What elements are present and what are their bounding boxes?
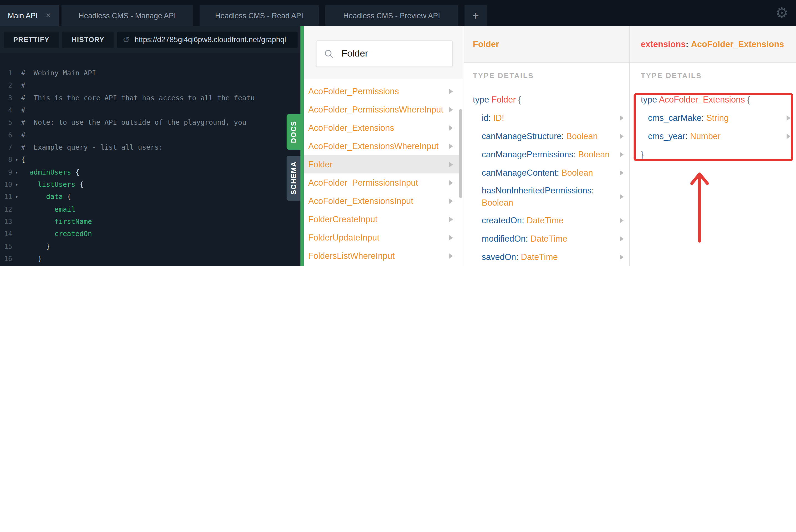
line-number: 8 — [0, 154, 12, 166]
docs-divider[interactable] — [300, 26, 304, 266]
chevron-right-icon — [620, 133, 624, 139]
type-field-savedOn[interactable]: savedOn: DateTime — [464, 248, 629, 266]
tab-headless-cms-read-api[interactable]: Headless CMS - Read API — [200, 5, 319, 26]
fold-caret-icon[interactable]: ▾ — [12, 178, 21, 191]
chevron-right-icon — [786, 115, 791, 120]
line-number: 2 — [0, 79, 12, 92]
doc-list-item[interactable]: AcoFolder_ExtensionsWhereInput — [304, 137, 459, 155]
doc-list-item[interactable]: AcoFolder_PermissionsInput — [304, 173, 459, 192]
plus-icon: + — [472, 9, 479, 22]
doc-list-item[interactable]: AcoFolder_Extensions — [304, 119, 459, 137]
reload-icon[interactable]: ↺ — [123, 35, 130, 44]
doc-list-item[interactable]: AcoFolder_ExtensionsInput — [304, 192, 459, 210]
line-number: 7 — [0, 141, 12, 154]
chevron-right-icon — [620, 217, 624, 223]
docs-search-area — [304, 26, 463, 79]
docs-side-tab[interactable]: DOCS — [287, 114, 300, 150]
editor-line: 4# — [0, 104, 300, 117]
add-tab-button[interactable]: + — [465, 5, 487, 26]
editor-line: 12 email — [0, 203, 300, 216]
tab-main-api[interactable]: Main API ✕ — [0, 5, 59, 26]
type-field-modifiedOn[interactable]: modifiedOn: DateTime — [464, 229, 629, 248]
line-number: 4 — [0, 104, 12, 117]
fold-caret-icon[interactable]: ▾ — [12, 154, 21, 166]
type-field-canManageStructure[interactable]: canManageStructure: Boolean — [464, 127, 629, 145]
chevron-right-icon — [449, 125, 453, 131]
line-number: 12 — [0, 203, 12, 216]
line-number: 11 — [0, 191, 12, 203]
settings-gear-icon[interactable]: ⚙ — [775, 3, 788, 22]
history-button[interactable]: HISTORY — [62, 31, 114, 48]
chevron-right-icon — [449, 143, 453, 149]
tab-label: Headless CMS - Read API — [215, 11, 303, 20]
editor-line: 1# Webiny Main API — [0, 67, 300, 79]
close-icon[interactable]: ✕ — [45, 12, 51, 19]
editor-line: 11▾ data { — [0, 191, 300, 203]
type-field-hasNonInheritedPermissions[interactable]: hasNonInheritedPermissions:Boolean — [464, 182, 629, 211]
line-number: 15 — [0, 241, 12, 253]
fold-gutter — [12, 117, 21, 129]
fold-gutter — [12, 141, 21, 154]
chevron-right-icon — [449, 198, 453, 204]
chevron-right-icon — [620, 170, 624, 175]
fold-gutter — [12, 92, 21, 104]
fold-gutter — [12, 67, 21, 79]
fold-gutter — [12, 129, 21, 141]
line-number: 10 — [0, 178, 12, 191]
editor-line: 13 firstName — [0, 215, 300, 228]
type-field-id[interactable]: id: ID! — [464, 109, 629, 127]
vertical-scrollbar-thumb[interactable] — [459, 109, 462, 198]
chevron-right-icon — [620, 194, 624, 199]
extensions-panel-title: extensions: AcoFolder_Extensions — [630, 26, 796, 63]
tab-headless-cms-preview-api[interactable]: Headless CMS - Preview API — [325, 5, 458, 26]
line-number: 3 — [0, 92, 12, 104]
chevron-right-icon — [620, 115, 624, 120]
doc-list-item[interactable]: Folder — [304, 155, 459, 173]
type-declaration: type AcoFolder_Extensions { — [630, 90, 796, 109]
chevron-right-icon — [620, 254, 624, 260]
doc-list-item[interactable]: FolderResponse — [304, 265, 459, 266]
query-editor[interactable]: 1# Webiny Main API2#3# This is the core … — [0, 53, 300, 266]
doc-list-item[interactable]: AcoFolder_Permissions — [304, 82, 459, 100]
chevron-right-icon — [449, 162, 453, 167]
fold-gutter — [12, 241, 21, 253]
editor-line: 16 } — [0, 253, 300, 265]
doc-list-item[interactable]: FoldersListWhereInput — [304, 247, 459, 265]
folder-type-panel: Folder TYPE DETAILS type Folder { id: ID… — [464, 26, 630, 266]
line-number: 5 — [0, 117, 12, 129]
fold-gutter — [12, 104, 21, 117]
editor-line: 15 } — [0, 241, 300, 253]
prettify-button[interactable]: PRETTIFY — [4, 31, 59, 48]
chevron-right-icon — [786, 133, 791, 139]
doc-list-item[interactable]: FolderCreateInput — [304, 210, 459, 228]
docs-search-box[interactable] — [316, 40, 453, 67]
fold-gutter — [12, 215, 21, 228]
editor-line: 17 } — [0, 265, 300, 266]
editor-line: 10▾ listUsers { — [0, 178, 300, 191]
closing-brace: } — [630, 145, 796, 164]
endpoint-url: https://d2785gi4qi6pw8.cloudfront.net/gr… — [135, 36, 286, 44]
fold-caret-icon[interactable]: ▾ — [12, 191, 21, 203]
type-field-cms_carMake[interactable]: cms_carMake: String — [630, 109, 796, 127]
docs-result-list: AcoFolder_PermissionsAcoFolder_Permissio… — [304, 80, 463, 266]
type-field-canManageContent[interactable]: canManageContent: Boolean — [464, 164, 629, 182]
graphql-playground-window: Main API ✕ Headless CMS - Manage API Hea… — [0, 0, 796, 266]
doc-list-item[interactable]: FolderUpdateInput — [304, 228, 459, 247]
schema-side-tab[interactable]: SCHEMA — [287, 156, 300, 201]
editor-pane: PRETTIFY HISTORY ↺ https://d2785gi4qi6pw… — [0, 26, 300, 266]
editor-line: 9▾ adminUsers { — [0, 166, 300, 179]
doc-list-item[interactable]: AcoFolder_PermissionsWhereInput — [304, 100, 459, 119]
schema-side-tab-label: SCHEMA — [290, 162, 297, 195]
type-field-canManagePermissions[interactable]: canManagePermissions: Boolean — [464, 145, 629, 164]
type-field-createdOn[interactable]: createdOn: DateTime — [464, 211, 629, 229]
fold-caret-icon[interactable]: ▾ — [12, 166, 21, 179]
line-number: 9 — [0, 166, 12, 179]
tab-label: Headless CMS - Manage API — [78, 11, 176, 20]
type-field-cms_year[interactable]: cms_year: Number — [630, 127, 796, 145]
tab-headless-cms-manage-api[interactable]: Headless CMS - Manage API — [61, 5, 193, 26]
chevron-right-icon — [620, 236, 624, 241]
editor-line: 6# — [0, 129, 300, 141]
endpoint-url-box[interactable]: ↺ https://d2785gi4qi6pw8.cloudfront.net/… — [117, 31, 298, 48]
docs-search-input[interactable] — [340, 48, 435, 60]
chevron-right-icon — [620, 152, 624, 157]
